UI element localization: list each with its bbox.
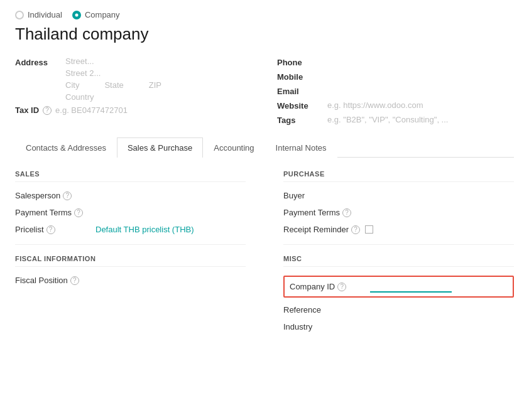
street-field[interactable]: Street...: [65, 57, 252, 66]
address-row: Address Street... Street 2... City State…: [15, 57, 252, 102]
company-id-help-icon[interactable]: ?: [337, 283, 346, 291]
buyer-field: Buyer: [283, 191, 514, 200]
industry-label: Industry: [283, 322, 359, 331]
tab-internal-notes[interactable]: Internal Notes: [265, 137, 337, 158]
company-id-input[interactable]: [370, 281, 452, 293]
sales-payment-terms-field: Payment Terms ?: [15, 208, 246, 217]
purchase-section-header: PURCHASE: [283, 170, 514, 182]
mobile-row: Mobile: [277, 71, 514, 82]
individual-label: Individual: [28, 10, 62, 19]
buyer-label: Buyer: [283, 191, 359, 200]
website-field[interactable]: e.g. https://www.odoo.com: [327, 100, 514, 110]
salesperson-label: Salesperson ?: [15, 191, 90, 200]
reference-field: Reference: [283, 305, 514, 315]
tags-label: Tags: [277, 114, 321, 125]
email-label: Email: [277, 85, 321, 96]
tax-help-icon[interactable]: ?: [43, 106, 52, 115]
fiscal-position-field: Fiscal Position ?: [15, 276, 246, 285]
website-row: Website e.g. https://www.odoo.com: [277, 100, 514, 110]
purchase-payment-terms-field: Payment Terms ?: [283, 208, 514, 217]
receipt-reminder-field: Receipt Reminder ?: [283, 225, 514, 234]
fiscal-position-help-icon[interactable]: ?: [70, 276, 79, 285]
pricelist-label: Pricelist ?: [15, 225, 90, 234]
address-label: Address: [15, 57, 65, 67]
phone-row: Phone: [277, 57, 514, 67]
email-row: Email: [277, 85, 514, 96]
pricelist-help-icon[interactable]: ?: [46, 225, 55, 234]
misc-divider: [283, 244, 514, 245]
reference-label: Reference: [283, 305, 359, 315]
country-field[interactable]: Country: [65, 92, 252, 102]
company-radio[interactable]: Company: [72, 10, 120, 19]
website-label: Website: [277, 100, 321, 110]
fiscal-section-header: FISCAL INFORMATION: [15, 255, 246, 267]
right-fields: Phone Mobile Email Website e.g. https://…: [277, 57, 514, 125]
tax-label: Tax ID: [15, 105, 39, 115]
mobile-label: Mobile: [277, 71, 321, 82]
tab-contacts[interactable]: Contacts & Addresses: [15, 137, 117, 158]
company-id-field: Company ID ?: [283, 276, 514, 298]
sales-section-header: SALES: [15, 170, 246, 182]
misc-section-header: MISC: [283, 255, 514, 267]
right-tab-column: PURCHASE Buyer Payment Terms ? Receipt R…: [283, 170, 514, 339]
salesperson-field: Salesperson ?: [15, 191, 246, 200]
company-radio-circle: [72, 11, 81, 19]
fiscal-position-label: Fiscal Position ?: [15, 276, 90, 285]
purchase-payment-terms-help-icon[interactable]: ?: [342, 208, 351, 217]
tax-row: Tax ID ? e.g. BE0477472701: [15, 105, 252, 115]
individual-radio-circle: [15, 11, 24, 19]
address-block: Street... Street 2... City State ZIP Cou…: [65, 57, 252, 102]
tab-sales-purchase[interactable]: Sales & Purchase: [117, 137, 203, 158]
fiscal-divider: [15, 244, 246, 245]
zip-field[interactable]: ZIP: [149, 80, 161, 90]
street2-field[interactable]: Street 2...: [65, 68, 252, 78]
radio-group: Individual Company: [15, 10, 514, 19]
page-title: Thailand company: [15, 24, 514, 44]
tags-field[interactable]: e.g. "B2B", "VIP", "Consulting", ...: [327, 115, 514, 124]
receipt-reminder-help-icon[interactable]: ?: [351, 225, 360, 234]
city-state-zip: City State ZIP: [65, 80, 252, 90]
tags-row: Tags e.g. "B2B", "VIP", "Consulting", ..…: [277, 114, 514, 125]
receipt-reminder-label: Receipt Reminder ?: [283, 225, 360, 234]
fiscal-section: FISCAL INFORMATION Fiscal Position ?: [15, 255, 246, 285]
salesperson-help-icon[interactable]: ?: [63, 191, 72, 200]
city-field[interactable]: City: [65, 80, 79, 90]
receipt-reminder-checkbox[interactable]: [365, 225, 373, 234]
phone-label: Phone: [277, 57, 321, 67]
company-label: Company: [85, 10, 120, 19]
tab-accounting[interactable]: Accounting: [203, 137, 264, 158]
sales-payment-terms-help-icon[interactable]: ?: [74, 208, 83, 217]
purchase-payment-terms-label: Payment Terms ?: [283, 208, 359, 217]
pricelist-field: Pricelist ? Default THB pricelist (THB): [15, 225, 246, 234]
pricelist-value[interactable]: Default THB pricelist (THB): [95, 225, 246, 234]
industry-field: Industry: [283, 322, 514, 331]
tab-content: SALES Salesperson ? Payment Terms ? Pric…: [15, 170, 514, 339]
individual-radio[interactable]: Individual: [15, 10, 62, 19]
state-field[interactable]: State: [104, 80, 123, 90]
left-tab-column: SALES Salesperson ? Payment Terms ? Pric…: [15, 170, 246, 339]
tax-field[interactable]: e.g. BE0477472701: [55, 105, 252, 115]
top-form: Address Street... Street 2... City State…: [15, 57, 514, 125]
company-id-label: Company ID ?: [290, 282, 365, 291]
tabs-container: Contacts & Addresses Sales & Purchase Ac…: [15, 137, 514, 158]
left-fields: Address Street... Street 2... City State…: [15, 57, 252, 125]
misc-section: MISC Company ID ? Reference Industry: [283, 255, 514, 331]
sales-payment-terms-label: Payment Terms ?: [15, 208, 90, 217]
